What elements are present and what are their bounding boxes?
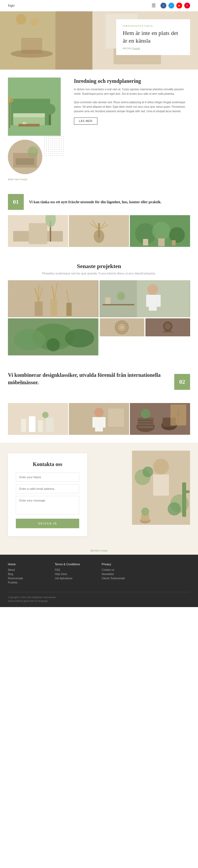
gallery-img-2 [69,215,129,247]
footer-link-help-desk[interactable]: Help Desk [55,573,96,576]
project-image-4 [100,318,145,336]
project-small-images [100,318,190,336]
svg-rect-63 [146,295,150,307]
svg-rect-16 [18,124,40,126]
svg-point-40 [152,222,170,240]
svg-rect-2 [55,11,92,70]
project-image-1 [8,280,98,317]
projects-title: Senaste projekten [8,263,190,270]
pinterest-icon[interactable]: P [184,3,190,8]
svg-rect-5 [21,38,42,54]
hamburger-icon[interactable]: ☰ [152,3,156,8]
numbered-section-01: 01 Vi kan tänka oss ett nytt fräscht uts… [0,189,198,215]
svg-point-68 [117,292,125,300]
interior-image-circle [8,140,42,174]
project-image-3 [8,318,98,355]
svg-rect-17 [9,101,10,128]
interior-svg-circle [8,140,42,174]
svg-rect-64 [157,295,161,307]
svg-rect-24 [16,158,34,165]
hero-title: Hem är inte en plats det är en känsla [123,29,184,44]
svg-point-58 [65,329,94,347]
projects-section: Senaste projekten Phasellus scelerisque … [0,255,198,363]
svg-rect-79 [21,419,27,432]
svg-point-72 [120,326,124,329]
svg-point-97 [141,409,151,418]
contact-email-input[interactable] [16,484,79,493]
footer-link-contact-us[interactable]: Contact us [102,568,143,571]
svg-rect-66 [103,304,134,305]
footer-col-3: Privacy Contact us Newsletter Clients Te… [102,563,143,585]
hero-credit-link[interactable]: Freepik [132,47,140,50]
footer-link-about[interactable]: About [8,568,50,571]
contact-message-input[interactable] [16,496,79,515]
projects-grid [8,280,190,355]
footer-columns: Home About Blog Reserverade Portfolio Te… [8,563,190,585]
footer-col-3-title: Privacy [102,563,143,566]
interior-section: Bilder från Freepik Inredning och rymdpl… [0,70,198,189]
svg-rect-47 [51,299,57,316]
svg-rect-43 [172,240,176,246]
svg-rect-111 [182,483,186,517]
projects-subtitle: Phasellus scelerisque sed leo quis gravi… [8,272,190,275]
site-logo[interactable]: logo [8,3,14,8]
combine-row: Vi kombinerar designklassiker, utvalda f… [8,371,190,390]
footer-link-portfolio[interactable]: Portfolio [8,581,50,584]
gallery-img-3 [130,215,190,247]
svg-point-108 [143,467,153,477]
footer-link-faq[interactable]: FAQ [55,568,96,571]
svg-point-105 [153,459,169,474]
svg-rect-67 [105,298,111,304]
gallery-img-5 [69,403,129,435]
interior-circle-wrapper [8,140,61,174]
contact-image-side [92,453,190,522]
numbered-content-01: Vi kan tänka oss ett nytt fräscht utseen… [29,199,162,205]
svg-point-15 [45,104,55,115]
footer-copyright: Copyright © 2018 Alla rättigheter reserv… [8,595,56,603]
svg-rect-19 [23,122,27,124]
svg-rect-33 [98,223,100,238]
svg-rect-112 [184,490,190,493]
contact-name-input[interactable] [16,473,79,482]
hero-overlay: INREDNINGSSTUDIO Hem är inte en plats de… [116,19,190,55]
projects-right-col [100,280,190,355]
svg-point-59 [47,338,60,351]
svg-rect-28 [29,223,47,244]
number-02: 02 [179,378,185,385]
footer-link-job[interactable]: Job Aplications [55,577,96,580]
number-box-02: 02 [174,374,190,390]
hero-credit: Bild från Freepik [123,47,184,50]
svg-point-83 [42,412,49,418]
svg-point-110 [168,502,181,516]
footer-link-testimonials[interactable]: Clients Testimonials [102,577,143,580]
footer-link-newsletter[interactable]: Newsletter [102,573,143,576]
site-footer: Home About Blog Reserverade Portfolio Te… [0,555,198,607]
contact-credit-link[interactable]: Freepik [100,549,108,552]
read-more-button[interactable]: LÄS MER [74,118,97,125]
project-image-2 [100,280,190,317]
hero-section: INREDNINGSSTUDIO Hem är inte en plats de… [0,11,198,70]
svg-rect-48 [67,303,72,316]
interior-credit-link[interactable]: Freepik [19,178,28,181]
svg-rect-46 [35,302,43,316]
gallery-img-6 [130,403,190,435]
svg-rect-87 [92,417,96,428]
footer-link-reserverade[interactable]: Reserverade [8,577,50,580]
footer-link-blog[interactable]: Blog [8,573,50,576]
gallery-img-4 [8,403,68,435]
gallery-3-row [0,215,198,255]
svg-rect-82 [46,417,54,432]
hero-subtitle: INREDNINGSSTUDIO [123,25,184,27]
svg-rect-21 [44,136,65,157]
svg-point-115 [141,507,149,516]
header-icons: ☰ f 🐦 ▶ P [152,3,190,8]
youtube-icon[interactable]: ▶ [176,3,182,8]
interior-image-big [8,78,61,136]
facebook-icon[interactable]: f [160,3,166,8]
twitter-icon[interactable]: 🐦 [168,3,174,8]
svg-rect-42 [143,239,148,246]
combine-heading: Vi kombinerar designklassiker, utvalda f… [8,371,169,386]
svg-point-57 [14,329,45,350]
contact-submit-button[interactable]: SKICKA IN [16,519,79,528]
interior-svg-big [8,78,61,136]
